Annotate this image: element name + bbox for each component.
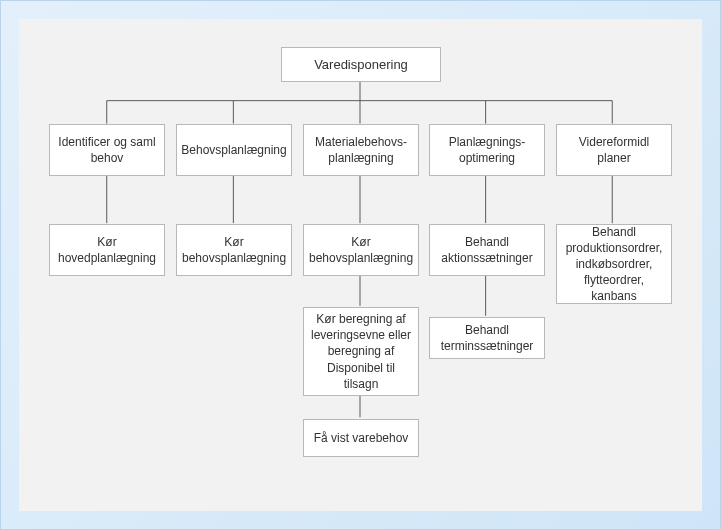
node-col3-heading: Planlægnings-optimering xyxy=(429,124,545,176)
node-col3-step0: Behandl aktionssætninger xyxy=(429,224,545,276)
node-col2-heading-label: Materialebehovs-planlægning xyxy=(310,134,412,166)
node-col3-step1-label: Behandl terminssætninger xyxy=(436,322,538,354)
node-col0-step0-label: Kør hovedplanlægning xyxy=(56,234,158,266)
node-col4-heading-label: Videreformidl planer xyxy=(563,134,665,166)
node-col4-step0-label: Behandl produktionsordrer, indkøbsordrer… xyxy=(563,224,665,305)
node-col3-step0-label: Behandl aktionssætninger xyxy=(436,234,538,266)
node-col2-step0: Kør behovsplanlægning xyxy=(303,224,419,276)
node-col1-heading-label: Behovsplanlægning xyxy=(181,142,286,158)
node-col4-heading: Videreformidl planer xyxy=(556,124,672,176)
outer-frame: Varedisponering Identificer og saml beho… xyxy=(0,0,721,530)
node-root-label: Varedisponering xyxy=(314,56,408,74)
node-col2-step1-label: Kør beregning af leveringsevne eller ber… xyxy=(310,311,412,392)
node-col2-step2: Få vist varebehov xyxy=(303,419,419,457)
node-col0-heading-label: Identificer og saml behov xyxy=(56,134,158,166)
node-col2-step0-label: Kør behovsplanlægning xyxy=(309,234,413,266)
node-col1-step0-label: Kør behovsplanlægning xyxy=(182,234,286,266)
node-col4-step0: Behandl produktionsordrer, indkøbsordrer… xyxy=(556,224,672,304)
node-col2-step1: Kør beregning af leveringsevne eller ber… xyxy=(303,307,419,396)
node-col3-heading-label: Planlægnings-optimering xyxy=(436,134,538,166)
diagram-canvas: Varedisponering Identificer og saml beho… xyxy=(19,19,702,511)
node-col2-step2-label: Få vist varebehov xyxy=(314,430,409,446)
node-col1-heading: Behovsplanlægning xyxy=(176,124,292,176)
node-root: Varedisponering xyxy=(281,47,441,82)
node-col0-step0: Kør hovedplanlægning xyxy=(49,224,165,276)
node-col3-step1: Behandl terminssætninger xyxy=(429,317,545,359)
node-col2-heading: Materialebehovs-planlægning xyxy=(303,124,419,176)
node-col1-step0: Kør behovsplanlægning xyxy=(176,224,292,276)
node-col0-heading: Identificer og saml behov xyxy=(49,124,165,176)
